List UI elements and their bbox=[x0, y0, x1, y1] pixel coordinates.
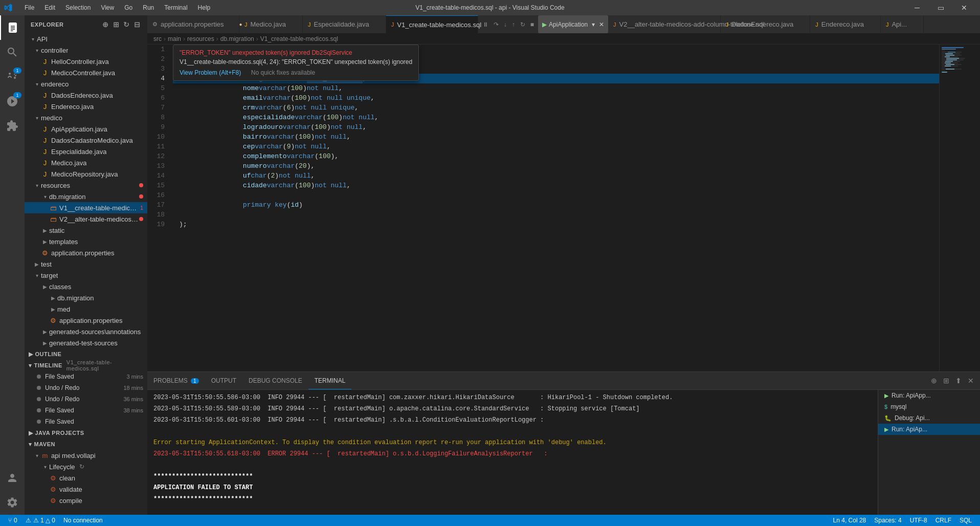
code-editor[interactable]: "ERROR_TOKEN" unexpected token(s) ignore… bbox=[173, 45, 939, 371]
tree-maven-api[interactable]: ▾ m api med.vollapi bbox=[25, 450, 147, 461]
tab-endereco[interactable]: J Endereco.java ✕ bbox=[810, 15, 881, 33]
collapse-button[interactable]: ⊟ bbox=[133, 19, 142, 30]
panel-tab-output[interactable]: OUTPUT bbox=[205, 372, 242, 389]
timeline-item-0[interactable]: File Saved 3 mins bbox=[25, 371, 147, 382]
tree-dados-endereco[interactable]: J DadosEndereco.java bbox=[25, 90, 147, 101]
tree-static[interactable]: ▶ static bbox=[25, 225, 147, 236]
tree-lifecycle[interactable]: ▾ Lifecycle ↻ bbox=[25, 461, 147, 472]
cursor-position-status[interactable]: Ln 4, Col 28 bbox=[829, 515, 871, 526]
tree-app-properties[interactable]: ⚙ application.properties bbox=[25, 247, 147, 258]
panel-tab-terminal[interactable]: TERMINAL bbox=[308, 372, 352, 389]
tree-medico-folder[interactable]: ▾ medico bbox=[25, 112, 147, 123]
step-out-button[interactable]: ↑ bbox=[510, 20, 517, 29]
tab-especialidade-java[interactable]: J Especialidade.java ✕ bbox=[303, 15, 386, 33]
maximize-panel-button[interactable]: ⬆ bbox=[953, 376, 964, 386]
breadcrumb-file[interactable]: V1_create-table-medicos.sql bbox=[260, 35, 338, 42]
run-close-button[interactable]: ✕ bbox=[599, 21, 604, 28]
tree-v2-sql[interactable]: 🗃 V2__alter-table-medicos-add-c... bbox=[25, 213, 147, 225]
tree-hello-controller[interactable]: J HelloController.java bbox=[25, 56, 147, 67]
tree-test[interactable]: ▶ test bbox=[25, 258, 147, 270]
tab-api[interactable]: J Api... ✕ bbox=[881, 15, 924, 33]
step-into-button[interactable]: ↓ bbox=[502, 20, 509, 29]
refresh-button[interactable]: ↻ bbox=[122, 19, 131, 30]
stop-button[interactable]: ■ bbox=[528, 20, 536, 29]
run-config-badge[interactable]: ▶ ApiApplication ▾ ✕ bbox=[538, 15, 608, 33]
encoding-status[interactable]: UTF-8 bbox=[906, 515, 931, 526]
language-mode-status[interactable]: SQL bbox=[955, 515, 976, 526]
maximize-button[interactable]: ▭ bbox=[929, 0, 952, 15]
tree-db-migration[interactable]: ▾ db.migration bbox=[25, 191, 147, 202]
timeline-item-3[interactable]: File Saved 38 mins bbox=[25, 405, 147, 416]
line-endings-status[interactable]: CRLF bbox=[931, 515, 955, 526]
panel-tab-problems[interactable]: PROBLEMS 1 bbox=[147, 372, 205, 389]
view-problem-link[interactable]: View Problem (Alt+F8) bbox=[180, 69, 241, 76]
menu-help[interactable]: Help bbox=[194, 3, 215, 12]
close-button[interactable]: ✕ bbox=[952, 0, 976, 15]
panel-tab-debug-console[interactable]: DEBUG CONSOLE bbox=[242, 372, 308, 389]
tree-medico-java[interactable]: J Medico.java bbox=[25, 157, 147, 168]
tree-medico-controller[interactable]: J MedicoController.java bbox=[25, 67, 147, 78]
menu-file[interactable]: File bbox=[20, 3, 38, 12]
breadcrumb-resources[interactable]: resources bbox=[187, 35, 214, 42]
menu-run[interactable]: Run bbox=[139, 3, 158, 12]
tab-v1-sql[interactable]: J V1_create-table-medicos.sql ✕ bbox=[386, 15, 478, 33]
tree-generated-test[interactable]: ▶ generated-test-sources bbox=[25, 337, 147, 348]
close-panel-button[interactable]: ✕ bbox=[966, 376, 976, 386]
activity-explorer[interactable] bbox=[0, 15, 25, 40]
new-folder-button[interactable]: ⊞ bbox=[112, 19, 121, 30]
terminal-mysql[interactable]: $ mysql bbox=[878, 401, 980, 412]
terminal-run-apiap[interactable]: ▶ Run: ApiAp... bbox=[878, 424, 980, 435]
tree-medico-repo[interactable]: J MedicoRepository.java bbox=[25, 168, 147, 180]
tree-target[interactable]: ▾ target bbox=[25, 270, 147, 281]
breadcrumb-db-migration[interactable]: db.migration bbox=[220, 35, 254, 42]
terminal-debug-api[interactable]: 🐛 Debug: Api... bbox=[878, 412, 980, 424]
tree-compile[interactable]: ⚙ compile bbox=[25, 495, 147, 506]
no-connection-status[interactable]: No connection bbox=[59, 515, 107, 526]
tab-medico-java[interactable]: J Medico.java ✕ bbox=[239, 15, 303, 33]
tree-app-properties-2[interactable]: ⚙ application.properties bbox=[25, 315, 147, 326]
tree-classes[interactable]: ▶ classes bbox=[25, 281, 147, 292]
timeline-section-header[interactable]: ▾ Timeline V1_create-table-medicos.sql bbox=[25, 360, 147, 371]
new-file-button[interactable]: ⊕ bbox=[101, 19, 110, 30]
terminal-run-apiapp[interactable]: ▶ Run: ApiApp... bbox=[878, 390, 980, 401]
activity-search[interactable] bbox=[0, 40, 25, 64]
tree-controller[interactable]: ▾ controller bbox=[25, 45, 147, 56]
tree-templates[interactable]: ▶ templates bbox=[25, 236, 147, 247]
new-terminal-button[interactable]: ⊕ bbox=[929, 376, 939, 386]
menu-go[interactable]: Go bbox=[120, 3, 137, 12]
tree-especialidade[interactable]: J Especialidade.java bbox=[25, 146, 147, 157]
tab-application-properties[interactable]: ⚙ application.properties ✕ ● bbox=[147, 15, 239, 33]
minimize-button[interactable]: ─ bbox=[905, 0, 929, 15]
tree-endereco-java[interactable]: J Endereco.java bbox=[25, 101, 147, 112]
tree-endereco[interactable]: ▾ endereco bbox=[25, 78, 147, 90]
tree-dados-cadastro[interactable]: J DadosCadastroMedico.java bbox=[25, 135, 147, 146]
refresh-lifecycle-button[interactable]: ↻ bbox=[79, 463, 84, 470]
terminal-output[interactable]: 2023-05-31T15:50:55.586-03:00 INFO 29944… bbox=[147, 390, 878, 515]
tree-clean[interactable]: ⚙ clean bbox=[25, 472, 147, 484]
tab-v2-sql[interactable]: J V2__alter-table-medicos-add-column-tel… bbox=[608, 15, 721, 33]
menu-selection[interactable]: Selection bbox=[61, 3, 95, 12]
activity-accounts[interactable] bbox=[0, 466, 25, 490]
timeline-item-4[interactable]: File Saved bbox=[25, 416, 147, 427]
timeline-item-2[interactable]: Undo / Redo 36 mins bbox=[25, 393, 147, 405]
tab-dados-endereco[interactable]: J DadosEndereco.java ✕ bbox=[721, 15, 810, 33]
indentation-status[interactable]: Spaces: 4 bbox=[870, 515, 905, 526]
outline-section[interactable]: ▶ Outline bbox=[25, 348, 147, 360]
java-projects-section[interactable]: ▶ Java Projects bbox=[25, 427, 147, 439]
menu-terminal[interactable]: Terminal bbox=[160, 3, 191, 12]
tree-validate[interactable]: ⚙ validate bbox=[25, 484, 147, 495]
timeline-item-1[interactable]: Undo / Redo 18 mins bbox=[25, 382, 147, 393]
menu-edit[interactable]: Edit bbox=[40, 3, 59, 12]
tree-resources[interactable]: ▾ resources bbox=[25, 180, 147, 191]
tree-section-api[interactable]: ▾ API bbox=[25, 33, 147, 45]
tree-med[interactable]: ▶ med bbox=[25, 303, 147, 315]
activity-source-control[interactable]: 1 bbox=[0, 64, 25, 89]
split-terminal-button[interactable]: ⊞ bbox=[941, 376, 951, 386]
maven-section[interactable]: ▾ Maven bbox=[25, 439, 147, 450]
tree-db-migration-classes[interactable]: ▶ db.migration bbox=[25, 292, 147, 303]
breadcrumb-src[interactable]: src bbox=[153, 35, 162, 42]
tree-v1-sql[interactable]: 🗃 V1__create-table-medicos... 1 bbox=[25, 202, 147, 213]
breadcrumb-main[interactable]: main bbox=[168, 35, 181, 42]
menu-view[interactable]: View bbox=[97, 3, 118, 12]
activity-settings[interactable] bbox=[0, 490, 25, 515]
